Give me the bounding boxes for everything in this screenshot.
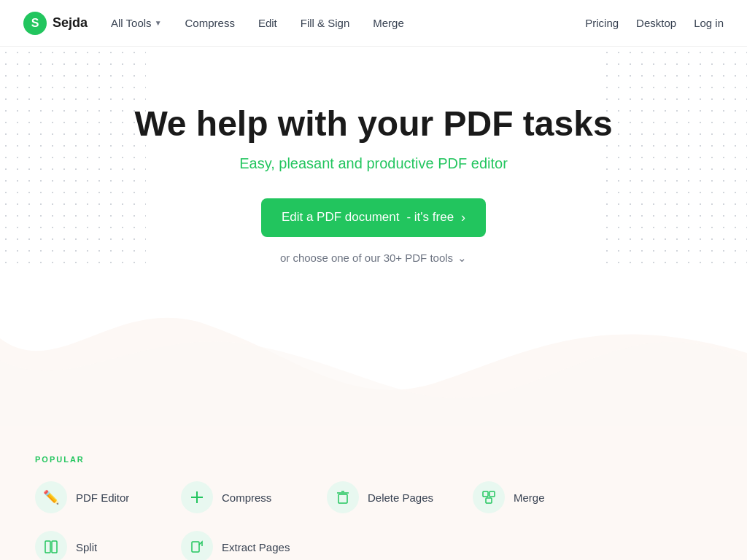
or-choose-text[interactable]: or choose one of our 30+ PDF tools ⌄ bbox=[15, 252, 732, 265]
chevron-down-small-icon: ⌄ bbox=[457, 252, 467, 265]
compress-link[interactable]: Compress bbox=[185, 17, 235, 29]
svg-rect-9 bbox=[52, 541, 57, 553]
login-link[interactable]: Log in bbox=[694, 17, 724, 29]
svg-rect-7 bbox=[486, 498, 492, 503]
svg-rect-2 bbox=[338, 494, 347, 503]
desktop-link[interactable]: Desktop bbox=[636, 17, 676, 29]
hero-section: We help with your PDF tasks Easy, pleasa… bbox=[0, 47, 747, 309]
extract-pages-icon bbox=[190, 540, 204, 554]
svg-rect-5 bbox=[483, 491, 488, 497]
cta-suffix: - it's free bbox=[406, 210, 454, 225]
logo-text: Sejda bbox=[53, 15, 88, 31]
split-icon bbox=[44, 540, 58, 554]
svg-rect-10 bbox=[192, 542, 199, 552]
nav-right: Pricing Desktop Log in bbox=[585, 17, 724, 29]
svg-rect-6 bbox=[489, 491, 495, 497]
svg-rect-8 bbox=[45, 541, 50, 553]
nav-left: S Sejda All Tools ▼ Compress Edit Fill &… bbox=[23, 12, 404, 35]
merge-icon bbox=[481, 490, 496, 505]
pdf-editor-icon: ✏️ bbox=[43, 489, 59, 505]
chevron-down-icon: ▼ bbox=[155, 19, 162, 27]
tool-merge[interactable]: Merge bbox=[473, 478, 619, 516]
tool-split[interactable]: Split bbox=[35, 528, 181, 560]
hero-title: We help with your PDF tasks bbox=[15, 105, 732, 144]
hero-subtitle: Easy, pleasant and productive PDF editor bbox=[15, 155, 732, 172]
all-tools-link[interactable]: All Tools ▼ bbox=[111, 17, 162, 29]
merge-link[interactable]: Merge bbox=[373, 17, 404, 29]
arrow-right-icon: › bbox=[461, 210, 465, 225]
tool-pdf-editor[interactable]: ✏️ PDF Editor bbox=[35, 478, 181, 516]
tool-compress[interactable]: Compress bbox=[181, 478, 327, 516]
popular-label: POPULAR bbox=[35, 455, 712, 464]
navbar: S Sejda All Tools ▼ Compress Edit Fill &… bbox=[0, 0, 747, 47]
pricing-link[interactable]: Pricing bbox=[585, 17, 619, 29]
delete-pages-icon bbox=[336, 490, 350, 505]
fill-sign-link[interactable]: Fill & Sign bbox=[301, 17, 350, 29]
edit-link[interactable]: Edit bbox=[258, 17, 277, 29]
tool-delete-pages[interactable]: Delete Pages bbox=[327, 478, 473, 516]
cta-button[interactable]: Edit a PDF document - it's free › bbox=[261, 198, 486, 237]
compress-icon bbox=[190, 490, 204, 505]
logo[interactable]: S Sejda bbox=[23, 12, 88, 35]
tool-extract-pages[interactable]: Extract Pages bbox=[181, 528, 327, 560]
popular-tools-section: POPULAR ✏️ PDF Editor Compress bbox=[0, 426, 747, 560]
popular-tools-grid: ✏️ PDF Editor Compress Delete Page bbox=[35, 478, 712, 560]
cta-label: Edit a PDF document bbox=[282, 210, 400, 225]
wave-decoration bbox=[0, 295, 747, 426]
logo-icon: S bbox=[23, 12, 47, 35]
